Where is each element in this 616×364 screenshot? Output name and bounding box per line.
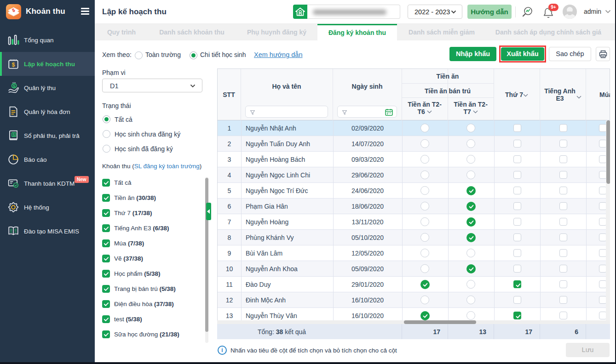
svg-text:$: $ [13, 84, 15, 88]
svg-text:$: $ [12, 62, 15, 68]
svg-text:$: $ [13, 132, 15, 137]
